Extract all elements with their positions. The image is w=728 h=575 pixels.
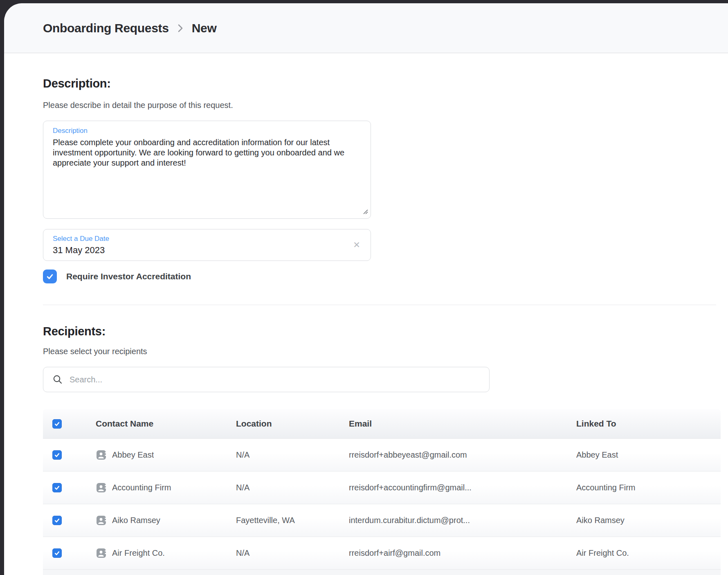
column-header-location: Location [236, 419, 349, 429]
location-cell: N/A [236, 450, 349, 460]
checkmark-icon [54, 485, 60, 491]
due-date-field[interactable]: Select a Due Date 31 May 2023 ✕ [43, 229, 371, 261]
email-cell: interdum.curabitur.dictum@prot... [349, 516, 576, 525]
contact-name-cell: Abbey East [112, 450, 154, 460]
row-checkbox[interactable] [52, 516, 62, 525]
description-field: Description Please complete your onboard… [43, 121, 371, 219]
recipient-search [43, 367, 490, 392]
recipients-section-title: Recipients: [43, 325, 106, 338]
header-bar: Onboarding Requests New [4, 3, 728, 53]
accreditation-label: Require Investor Accreditation [66, 272, 191, 281]
recipients-section-subtitle: Please select your recipients [43, 347, 147, 356]
table-row[interactable]: Abbey East N/A rreisdorf+abbeyeast@gmail… [43, 438, 721, 471]
checkmark-icon [54, 421, 60, 427]
contact-card-icon [96, 548, 107, 559]
breadcrumb: Onboarding Requests New [43, 21, 216, 35]
contact-card-icon [96, 515, 107, 526]
chevron-right-icon [177, 23, 184, 34]
linked-to-cell: Aiko Ramsey [576, 516, 721, 525]
column-header-email: Email [349, 419, 576, 429]
accreditation-row: Require Investor Accreditation [43, 270, 191, 283]
next-row-partial [43, 569, 721, 575]
main-card: Onboarding Requests New Description: Ple… [4, 3, 728, 575]
row-checkbox[interactable] [52, 450, 62, 460]
due-date-value: 31 May 2023 [53, 245, 363, 256]
description-section-subtitle: Please describe in detail the purpose of… [43, 101, 233, 110]
breadcrumb-onboarding-requests[interactable]: Onboarding Requests [43, 21, 169, 35]
linked-to-cell: Air Freight Co. [576, 548, 721, 558]
description-field-label: Description [53, 127, 363, 135]
location-cell: N/A [236, 483, 349, 492]
section-divider [43, 305, 716, 305]
breadcrumb-new: New [192, 21, 217, 35]
search-input[interactable] [70, 375, 489, 384]
contact-card-icon [96, 482, 107, 493]
column-header-contact-name: Contact Name [96, 419, 236, 429]
email-cell: rreisdorf+accountingfirm@gmail... [349, 483, 576, 492]
linked-to-cell: Abbey East [576, 450, 721, 460]
checkmark-icon [54, 452, 60, 458]
contact-name-cell: Aiko Ramsey [112, 516, 160, 525]
due-date-label: Select a Due Date [53, 235, 363, 243]
location-cell: Fayetteville, WA [236, 516, 349, 525]
description-section-title: Description: [43, 77, 111, 90]
linked-to-cell: Accounting Firm [576, 483, 721, 492]
table-row[interactable]: Accounting Firm N/A rreisdorf+accounting… [43, 471, 721, 504]
email-cell: rreisdorf+abbeyeast@gmail.com [349, 450, 576, 460]
contact-name-cell: Air Freight Co. [112, 548, 165, 558]
row-checkbox[interactable] [52, 483, 62, 492]
accreditation-checkbox[interactable] [43, 270, 57, 283]
table-row[interactable]: Air Freight Co. N/A rreisdorf+airf@gmail… [43, 537, 721, 569]
description-textarea[interactable]: Please complete your onboarding and accr… [53, 137, 363, 210]
location-cell: N/A [236, 548, 349, 558]
select-all-checkbox[interactable] [52, 419, 62, 429]
checkmark-icon [54, 517, 60, 523]
contact-card-icon [96, 449, 107, 460]
column-header-linked-to: Linked To [576, 419, 721, 429]
contact-name-cell: Accounting Firm [112, 483, 171, 492]
table-header-row: Contact Name Location Email Linked To [43, 409, 721, 438]
table-row[interactable]: Aiko Ramsey Fayetteville, WA interdum.cu… [43, 504, 721, 537]
page-frame: Onboarding Requests New Description: Ple… [0, 0, 728, 575]
checkmark-icon [54, 550, 60, 556]
resize-grip-icon[interactable] [362, 208, 368, 216]
search-icon [52, 374, 63, 385]
table-body: Abbey East N/A rreisdorf+abbeyeast@gmail… [43, 438, 721, 569]
row-checkbox[interactable] [52, 548, 62, 558]
checkmark-icon [46, 272, 54, 281]
recipients-table: Contact Name Location Email Linked To [43, 409, 721, 575]
clear-date-button[interactable]: ✕ [351, 239, 362, 251]
email-cell: rreisdorf+airf@gmail.com [349, 548, 576, 558]
